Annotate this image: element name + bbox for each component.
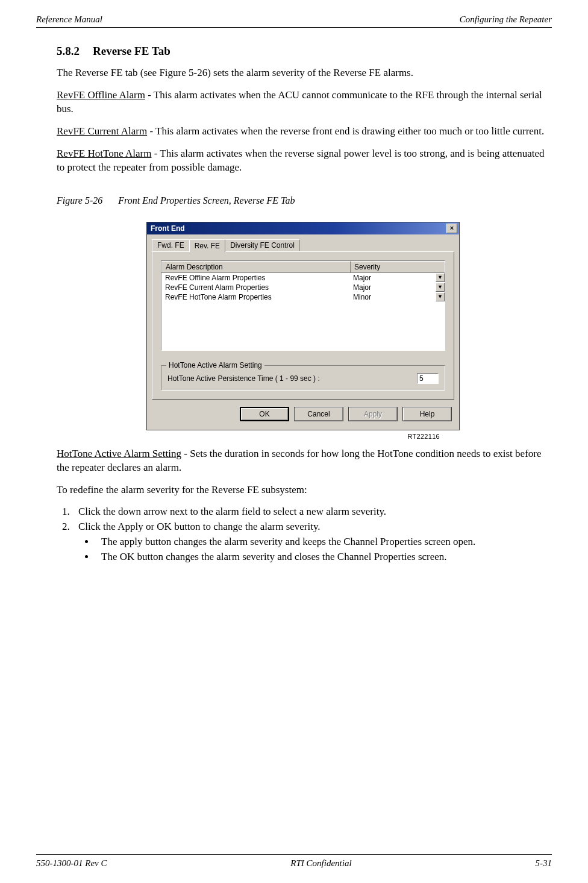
tab-diversity-fe[interactable]: Diversity FE Control xyxy=(225,239,300,251)
figure-number: Figure 5-26 xyxy=(57,195,102,206)
hottone-alarm-term: RevFE HotTone Alarm xyxy=(57,148,151,159)
cancel-button[interactable]: Cancel xyxy=(294,407,343,421)
figure-ref-id: RT222116 xyxy=(57,433,440,440)
current-alarm-text: - This alarm activates when the reverse … xyxy=(147,125,544,137)
alarm-severity: Major xyxy=(353,283,371,292)
footer-rule xyxy=(36,854,552,855)
section-number: 5.8.2 xyxy=(57,45,80,58)
alarm-row[interactable]: RevFE Offline Alarm Properties Major ▼ xyxy=(161,273,445,283)
tab-rev-fe[interactable]: Rev. FE xyxy=(189,239,225,252)
tabstrip: Fwd. FERev. FEDiversity FE Control xyxy=(152,238,454,251)
step-item: Click the Apply or OK button to change t… xyxy=(72,520,549,564)
dialog-screenshot: Front End × Fwd. FERev. FEDiversity FE C… xyxy=(146,222,460,430)
footer-center: RTI Confidential xyxy=(290,858,351,869)
chevron-down-icon[interactable]: ▼ xyxy=(436,283,445,292)
tab-fwd-fe[interactable]: Fwd. FE xyxy=(152,239,190,251)
section-title: Reverse FE Tab xyxy=(93,45,170,57)
chevron-down-icon[interactable]: ▼ xyxy=(436,273,445,282)
current-alarm-paragraph: RevFE Current Alarm - This alarm activat… xyxy=(57,125,549,139)
footer-right: 5-31 xyxy=(535,858,552,869)
intro-paragraph: The Reverse FE tab (see Figure 5-26) set… xyxy=(57,66,549,80)
redefine-paragraph: To redefine the alarm severity for the R… xyxy=(57,483,549,497)
bullet-item: The OK button changes the alarm severity… xyxy=(95,550,549,564)
bullet-item: The apply button changes the alarm sever… xyxy=(95,535,549,549)
header-rule xyxy=(36,27,552,28)
setting-paragraph: HotTone Active Alarm Setting - Sets the … xyxy=(57,447,549,475)
offline-alarm-term: RevFE Offline Alarm xyxy=(57,89,145,101)
ok-button[interactable]: OK xyxy=(240,407,289,421)
apply-button[interactable]: Apply xyxy=(348,407,398,421)
col-header-description[interactable]: Alarm Description xyxy=(161,261,351,272)
alarm-row[interactable]: RevFE HotTone Alarm Properties Minor ▼ xyxy=(161,292,445,302)
hottone-alarm-paragraph: RevFE HotTone Alarm - This alarm activat… xyxy=(57,147,549,175)
dialog-title: Front End xyxy=(151,224,185,233)
hottone-group: HotTone Active Alarm Setting HotTone Act… xyxy=(161,365,445,391)
alarm-desc: RevFE HotTone Alarm Properties xyxy=(161,292,349,302)
group-title: HotTone Active Alarm Setting xyxy=(166,361,264,369)
section-heading: 5.8.2Reverse FE Tab xyxy=(57,45,549,58)
alarm-severity: Major xyxy=(353,274,371,282)
header-right: Configuring the Repeater xyxy=(460,14,552,25)
offline-alarm-paragraph: RevFE Offline Alarm - This alarm activat… xyxy=(57,89,549,116)
alarm-row[interactable]: RevFE Current Alarm Properties Major ▼ xyxy=(161,283,445,292)
figure-caption: Figure 5-26Front End Properties Screen, … xyxy=(57,195,549,206)
bullets-list: The apply button changes the alarm sever… xyxy=(78,535,549,564)
persistence-label: HotTone Active Persistence Time ( 1 - 99… xyxy=(167,374,417,383)
tab-panel: Alarm Description Severity RevFE Offline… xyxy=(152,251,454,400)
help-button[interactable]: Help xyxy=(402,407,452,421)
dialog-titlebar: Front End × xyxy=(147,222,459,234)
figure-title: Front End Properties Screen, Reverse FE … xyxy=(118,195,295,206)
chevron-down-icon[interactable]: ▼ xyxy=(436,292,445,301)
step-item: Click the down arrow next to the alarm f… xyxy=(72,505,549,519)
col-header-severity[interactable]: Severity xyxy=(351,261,445,272)
alarm-desc: RevFE Current Alarm Properties xyxy=(161,283,349,292)
alarm-desc: RevFE Offline Alarm Properties xyxy=(161,273,349,283)
alarm-severity: Minor xyxy=(353,293,371,301)
footer-left: 550-1300-01 Rev C xyxy=(36,858,107,869)
alarm-list: Alarm Description Severity RevFE Offline… xyxy=(161,260,445,351)
close-icon[interactable]: × xyxy=(446,224,457,233)
current-alarm-term: RevFE Current Alarm xyxy=(57,125,147,137)
setting-term: HotTone Active Alarm Setting xyxy=(57,448,181,459)
step-text: Click the Apply or OK button to change t… xyxy=(78,521,321,532)
steps-list: Click the down arrow next to the alarm f… xyxy=(57,505,549,564)
persistence-input[interactable] xyxy=(417,373,439,384)
header-left: Reference Manual xyxy=(36,14,102,25)
